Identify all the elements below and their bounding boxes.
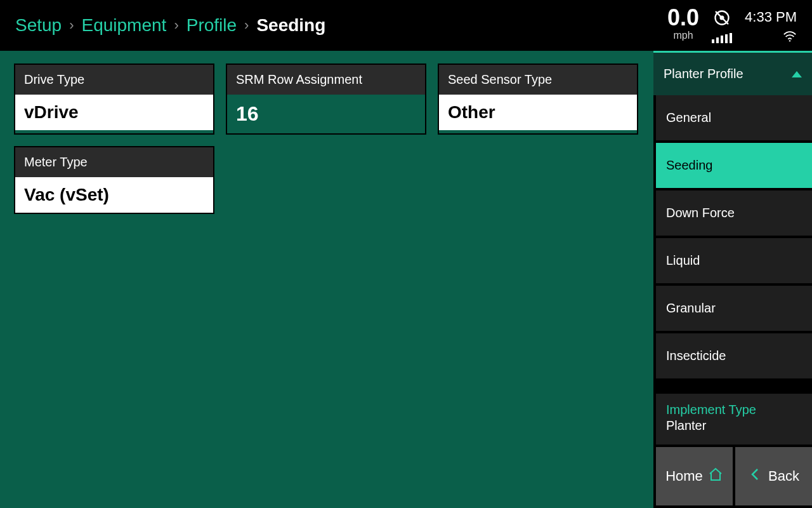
breadcrumb-setup[interactable]: Setup <box>15 15 62 36</box>
speed-indicator: 0.0 mph <box>667 6 699 41</box>
svg-point-1 <box>720 16 724 20</box>
card-value: vDrive <box>15 95 213 130</box>
card-header: Drive Type <box>15 65 213 95</box>
svg-point-2 <box>789 40 790 41</box>
breadcrumb-current: Seeding <box>256 15 325 36</box>
card-value: 16 <box>227 95 425 133</box>
breadcrumb-equipment[interactable]: Equipment <box>82 15 167 36</box>
breadcrumb-profile[interactable]: Profile <box>187 15 237 36</box>
card-drive-type[interactable]: Drive Type vDrive <box>14 64 214 135</box>
signal-bars-icon <box>712 33 732 43</box>
chevron-right-icon: › <box>174 17 178 34</box>
status-area: 0.0 mph 4:33 PM <box>667 6 797 44</box>
chevron-right-icon: › <box>69 17 74 34</box>
sidebar-item-down-force[interactable]: Down Force <box>653 190 812 238</box>
card-header: Seed Sensor Type <box>439 65 637 95</box>
chevron-left-icon <box>748 467 763 486</box>
sidebar-item-general[interactable]: General <box>653 95 812 143</box>
card-meter-type[interactable]: Meter Type Vac (vSet) <box>14 146 214 214</box>
sidebar-item-insecticide[interactable]: Insecticide <box>653 333 812 381</box>
caret-up-icon <box>792 71 802 77</box>
back-button-label: Back <box>768 468 799 485</box>
top-bar: Setup › Equipment › Profile › Seeding 0.… <box>0 0 812 51</box>
home-button-label: Home <box>665 468 703 485</box>
wifi-icon <box>783 30 797 44</box>
implement-type-panel[interactable]: Implement Type Planter <box>653 391 812 447</box>
chevron-right-icon: › <box>244 17 249 34</box>
home-icon <box>708 467 723 486</box>
content-area: Drive Type vDrive SRM Row Assignment 16 … <box>0 51 653 508</box>
breadcrumb: Setup › Equipment › Profile › Seeding <box>15 15 325 36</box>
card-header: SRM Row Assignment <box>227 65 425 95</box>
sidebar-item-liquid[interactable]: Liquid <box>653 238 812 286</box>
implement-type-value: Planter <box>666 418 802 433</box>
clock-area: 4:33 PM <box>745 9 797 44</box>
home-button[interactable]: Home <box>656 447 733 505</box>
sidebar-item-granular[interactable]: Granular <box>653 286 812 333</box>
sidebar-header[interactable]: Planter Profile <box>653 52 812 95</box>
card-header: Meter Type <box>15 147 213 177</box>
back-button[interactable]: Back <box>735 447 812 505</box>
clock-time: 4:33 PM <box>745 9 797 25</box>
sidebar: Planter Profile General Seeding Down For… <box>653 51 812 508</box>
sidebar-header-label: Planter Profile <box>664 67 743 81</box>
gps-indicator <box>712 9 732 43</box>
speed-value: 0.0 <box>667 6 699 29</box>
implement-type-label: Implement Type <box>666 403 802 417</box>
bottom-buttons: Home Back <box>653 447 812 508</box>
card-value: Vac (vSet) <box>15 177 213 213</box>
speed-unit: mph <box>667 30 699 41</box>
sidebar-spacer <box>653 381 812 391</box>
satellite-icon <box>713 9 731 29</box>
card-seed-sensor-type[interactable]: Seed Sensor Type Other <box>438 64 638 135</box>
card-value: Other <box>439 95 637 130</box>
card-srm-row-assignment[interactable]: SRM Row Assignment 16 <box>226 64 426 135</box>
sidebar-item-seeding[interactable]: Seeding <box>653 143 812 190</box>
